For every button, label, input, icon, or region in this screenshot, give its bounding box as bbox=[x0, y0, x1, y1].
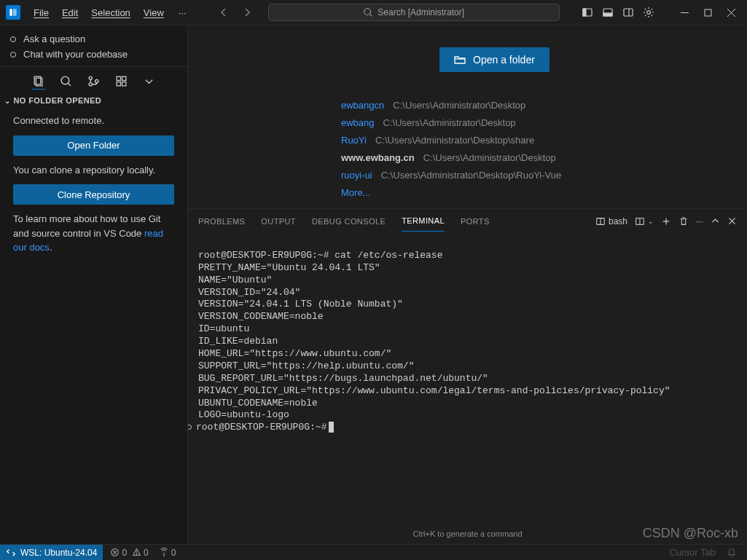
terminal-hint: Ctrl+K to generate a command bbox=[188, 525, 747, 544]
cursor-tab-label[interactable]: Cursor Tab bbox=[670, 547, 716, 558]
layout-right-icon[interactable] bbox=[620, 4, 636, 20]
svg-rect-20 bbox=[117, 76, 120, 80]
explorer-section-header[interactable]: ⌄ NO FOLDER OPENED bbox=[0, 92, 187, 109]
tab-terminal[interactable]: TERMINAL bbox=[402, 210, 445, 232]
bullet-icon bbox=[10, 36, 16, 42]
new-terminal-icon[interactable] bbox=[661, 216, 671, 226]
side-panel: Ask a question Chat with your codebase ⌄… bbox=[0, 25, 188, 544]
chat-ask-question[interactable]: Ask a question bbox=[10, 31, 177, 47]
svg-rect-22 bbox=[117, 82, 120, 85]
extensions-icon[interactable] bbox=[115, 74, 128, 87]
chevron-down-icon[interactable] bbox=[143, 74, 156, 87]
status-ports[interactable]: 0 bbox=[159, 548, 176, 558]
bottom-panel: PROBLEMS OUTPUT DEBUG CONSOLE TERMINAL P… bbox=[188, 208, 747, 544]
svg-point-19 bbox=[95, 79, 98, 82]
search-icon[interactable] bbox=[60, 74, 73, 87]
chat-suggestions: Ask a question Chat with your codebase bbox=[0, 25, 187, 66]
nav-back[interactable] bbox=[216, 4, 232, 20]
layout-left-icon[interactable] bbox=[579, 4, 595, 20]
tab-output[interactable]: OUTPUT bbox=[261, 211, 296, 232]
window-controls bbox=[579, 2, 741, 23]
window-close[interactable] bbox=[721, 2, 741, 23]
panel-tabs: PROBLEMS OUTPUT DEBUG CONSOLE TERMINAL P… bbox=[188, 209, 747, 233]
chevron-down-icon: ⌄ bbox=[4, 97, 10, 105]
explorer-toolbar bbox=[0, 66, 187, 92]
welcome-view: Open a folder ewbangcnC:\Users\Administr… bbox=[188, 25, 747, 208]
terminal-icon bbox=[595, 216, 606, 226]
error-icon bbox=[110, 548, 120, 557]
window-maximize[interactable] bbox=[697, 2, 718, 23]
recent-list: ewbangcnC:\Users\Administrator\Desktop e… bbox=[341, 100, 718, 198]
chevron-up-icon[interactable] bbox=[711, 216, 720, 226]
svg-rect-0 bbox=[9, 9, 12, 15]
nav-buttons bbox=[216, 4, 255, 20]
recent-more[interactable]: More... bbox=[341, 187, 718, 198]
svg-point-36 bbox=[136, 554, 137, 555]
status-bar: WSL: Ubuntu-24.04 0 0 0 Cursor Tab bbox=[0, 544, 747, 560]
bell-icon[interactable] bbox=[727, 548, 737, 558]
connected-label: Connected to remote. bbox=[13, 114, 174, 128]
source-control-icon[interactable] bbox=[87, 74, 101, 87]
recent-item[interactable]: ewbangcnC:\Users\Administrator\Desktop bbox=[341, 100, 718, 111]
terminal-shell-selector[interactable]: bash bbox=[595, 216, 627, 226]
recent-item[interactable]: ruoyi-uiC:\Users\Administrator\Desktop\R… bbox=[341, 170, 718, 181]
layout-bottom-icon[interactable] bbox=[600, 4, 616, 20]
status-items: 0 0 0 bbox=[103, 548, 183, 558]
clone-repository-button[interactable]: Clone Repository bbox=[13, 184, 174, 205]
app-icon bbox=[6, 5, 20, 20]
svg-rect-23 bbox=[122, 82, 126, 85]
warning-icon bbox=[132, 548, 141, 557]
open-folder-button[interactable]: Open Folder bbox=[13, 135, 174, 156]
split-terminal-icon[interactable]: ⌄ bbox=[635, 216, 654, 226]
search-icon bbox=[363, 7, 373, 17]
antenna-icon bbox=[159, 548, 169, 558]
editor-area: Open a folder ewbangcnC:\Users\Administr… bbox=[188, 25, 747, 544]
menu-view[interactable]: View bbox=[138, 4, 170, 21]
svg-point-17 bbox=[89, 76, 92, 79]
tab-debug-console[interactable]: DEBUG CONSOLE bbox=[312, 211, 386, 232]
clone-intro-text: You can clone a repository locally. bbox=[13, 163, 174, 178]
svg-point-2 bbox=[364, 9, 371, 15]
docs-intro-text: To learn more about how to use Git and s… bbox=[13, 212, 174, 255]
remote-icon bbox=[6, 548, 16, 558]
folder-open-icon bbox=[454, 54, 466, 66]
status-errors[interactable]: 0 0 bbox=[110, 548, 148, 558]
trash-icon[interactable] bbox=[678, 216, 689, 226]
svg-rect-4 bbox=[583, 9, 586, 16]
svg-rect-7 bbox=[624, 9, 633, 16]
window-minimize[interactable] bbox=[674, 2, 695, 23]
svg-rect-21 bbox=[122, 76, 126, 80]
svg-rect-11 bbox=[705, 9, 711, 16]
recent-item[interactable]: ewbangC:\Users\Administrator\Desktop bbox=[341, 117, 718, 128]
menu-edit[interactable]: Edit bbox=[56, 4, 84, 21]
terminal-body[interactable]: root@DESKTOP-ER9UP0G:~# cat /etc/os-rele… bbox=[188, 233, 747, 525]
title-bar: File Edit Selection View ··· Search [Adm… bbox=[0, 0, 747, 25]
svg-point-18 bbox=[89, 82, 92, 85]
files-icon[interactable] bbox=[32, 76, 45, 90]
menu-selection[interactable]: Selection bbox=[85, 4, 136, 21]
menu-overflow[interactable]: ··· bbox=[171, 4, 194, 21]
cursor-icon bbox=[329, 422, 334, 433]
search-placeholder: Search [Administrator] bbox=[378, 7, 464, 17]
panel-overflow[interactable]: ··· bbox=[696, 216, 703, 226]
recent-item[interactable]: RuoYiC:\Users\Administrator\Desktop\shar… bbox=[341, 135, 718, 146]
open-folder-main-button[interactable]: Open a folder bbox=[439, 47, 550, 72]
svg-rect-1 bbox=[13, 9, 17, 15]
svg-point-9 bbox=[647, 11, 651, 15]
remote-indicator[interactable]: WSL: Ubuntu-24.04 bbox=[0, 545, 103, 560]
svg-rect-6 bbox=[603, 13, 612, 16]
chat-codebase[interactable]: Chat with your codebase bbox=[10, 47, 177, 62]
menu-file[interactable]: File bbox=[28, 4, 55, 21]
prompt-dot-icon bbox=[188, 425, 192, 430]
search-box[interactable]: Search [Administrator] bbox=[268, 4, 560, 21]
close-panel-icon[interactable] bbox=[727, 216, 737, 226]
svg-point-16 bbox=[61, 76, 69, 84]
menu-bar: File Edit Selection View ··· bbox=[28, 4, 194, 21]
recent-item[interactable]: www.ewbang.cnC:\Users\Administrator\Desk… bbox=[341, 152, 718, 163]
settings-gear-icon[interactable] bbox=[641, 4, 657, 20]
tab-ports[interactable]: PORTS bbox=[461, 211, 490, 232]
tab-problems[interactable]: PROBLEMS bbox=[198, 211, 245, 232]
nav-forward[interactable] bbox=[239, 4, 255, 20]
bullet-icon bbox=[10, 52, 16, 58]
